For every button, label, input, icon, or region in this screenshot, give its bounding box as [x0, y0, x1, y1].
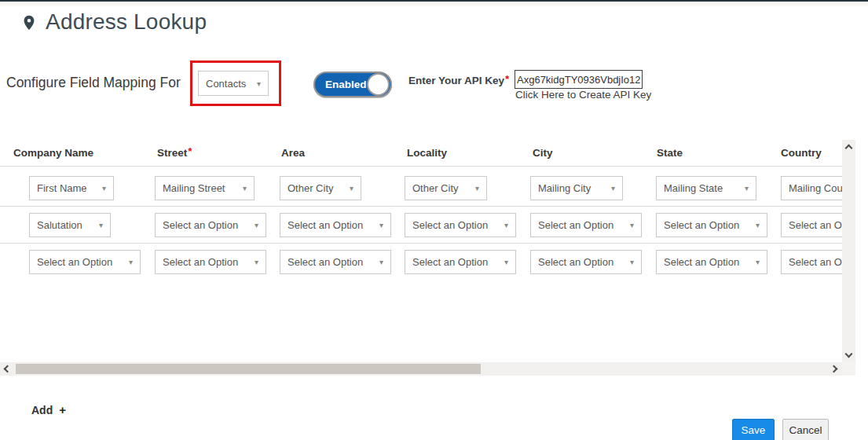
column-header-area: Area — [281, 147, 306, 159]
mapping-select[interactable]: Select an Option▾ — [405, 250, 516, 274]
chevron-down-icon: ▾ — [243, 184, 247, 192]
mapping-select[interactable]: Select an Option▾ — [781, 250, 842, 274]
plus-icon: + — [59, 403, 66, 416]
mapping-select-value: Mailing City — [538, 182, 591, 194]
mapping-select-value: Select an Option — [288, 256, 363, 268]
column-header-state: State — [657, 147, 683, 159]
mapping-select[interactable]: Select an Option▾ — [155, 213, 266, 237]
column-header-city: City — [533, 147, 554, 159]
mapping-select-value: Select an Option — [37, 256, 112, 268]
mapping-select-value: Select an Option — [412, 219, 488, 231]
enabled-toggle[interactable]: Enabled — [313, 72, 392, 97]
mapping-select-value: Select an Option — [538, 256, 613, 268]
chevron-down-icon: ▾ — [756, 221, 760, 229]
column-header-locality: Locality — [407, 147, 448, 159]
mapping-select-value: Select an Option — [538, 219, 613, 231]
chevron-down-icon: ▾ — [504, 258, 508, 266]
header-divider — [0, 166, 842, 167]
mapping-select[interactable]: Select an Option▾ — [280, 250, 391, 274]
mapping-select[interactable]: Mailing Country▾ — [781, 176, 842, 200]
horizontal-scrollbar[interactable] — [0, 362, 842, 376]
mapping-select[interactable]: Mailing Street▾ — [155, 176, 255, 200]
scroll-up-icon[interactable] — [845, 145, 853, 152]
chevron-down-icon: ▾ — [99, 221, 103, 229]
scrollbar-corner — [842, 362, 855, 376]
add-row-button[interactable]: Add+ — [31, 403, 66, 416]
create-api-key-link[interactable]: Click Here to Create API Key — [515, 89, 651, 101]
mapping-select[interactable]: Other City▾ — [405, 176, 487, 200]
location-pin-icon — [20, 11, 38, 38]
horizontal-scroll-thumb[interactable] — [16, 364, 481, 374]
save-button[interactable]: Save — [732, 419, 775, 440]
toggle-knob[interactable] — [367, 73, 390, 96]
module-dropdown[interactable]: Contacts ▾ — [198, 71, 269, 96]
mapping-select-value: Mailing Street — [163, 182, 225, 194]
chevron-down-icon: ▾ — [475, 184, 479, 192]
mapping-select-value: Other City — [412, 182, 459, 194]
mapping-select[interactable]: Select an Option▾ — [155, 250, 266, 274]
mapping-select[interactable]: Select an Option▾ — [29, 250, 141, 274]
mapping-select[interactable]: Select an Option▾ — [405, 213, 516, 237]
mapping-select-value: Select an Option — [789, 256, 842, 268]
mapping-select[interactable]: Select an Option▾ — [530, 213, 642, 237]
module-dropdown-value: Contacts — [206, 78, 246, 90]
mapping-select-value: Mailing Country — [789, 182, 842, 194]
cancel-button[interactable]: Cancel — [782, 419, 829, 440]
page-title: Address Lookup — [46, 9, 207, 35]
mapping-select-value: Salutation — [37, 219, 82, 231]
scroll-left-icon[interactable] — [4, 365, 12, 373]
mapping-select-value: Other City — [288, 182, 334, 194]
chevron-down-icon: ▾ — [745, 184, 749, 192]
chevron-down-icon: ▾ — [350, 184, 353, 192]
chevron-down-icon: ▾ — [630, 258, 634, 266]
scroll-right-icon[interactable] — [830, 365, 838, 373]
mapping-select[interactable]: Mailing State▾ — [656, 176, 756, 200]
mapping-select[interactable]: Select an Option▾ — [656, 250, 767, 274]
row-divider — [0, 206, 842, 207]
column-header-country: Country — [781, 147, 822, 159]
mapping-select[interactable]: Select an Option▾ — [280, 213, 391, 237]
mapping-select-value: Select an Option — [288, 219, 363, 231]
chevron-down-icon: ▾ — [504, 221, 508, 229]
column-header-company-name: Company Name — [13, 147, 94, 159]
mapping-select[interactable]: Select an Option▾ — [781, 213, 842, 237]
chevron-down-icon: ▾ — [129, 258, 133, 266]
scroll-down-icon[interactable] — [845, 350, 853, 358]
mapping-select-value: First Name — [37, 182, 87, 194]
mapping-select-value: Select an Option — [664, 256, 739, 268]
chevron-down-icon: ▾ — [257, 79, 261, 88]
mapping-select[interactable]: Salutation▾ — [29, 213, 111, 237]
mapping-select[interactable]: Select an Option▾ — [656, 213, 767, 237]
mapping-select-value: Select an Option — [163, 256, 238, 268]
mapping-select[interactable]: First Name▾ — [29, 176, 114, 200]
toggle-label: Enabled — [325, 73, 367, 96]
window-top-strip — [0, 2, 868, 6]
chevron-down-icon: ▾ — [756, 258, 760, 266]
api-key-label: Enter Your API Key* — [408, 75, 509, 86]
mapping-select[interactable]: Mailing City▾ — [530, 176, 623, 200]
column-header-street: Street* — [157, 147, 192, 159]
chevron-down-icon: ▾ — [255, 221, 258, 229]
mapping-select[interactable]: Select an Option▾ — [530, 250, 642, 274]
field-mapping-label: Configure Field Mapping For — [6, 75, 181, 91]
mapping-select[interactable]: Other City▾ — [280, 176, 361, 200]
chevron-down-icon: ▾ — [255, 258, 258, 266]
chevron-down-icon: ▾ — [379, 258, 383, 266]
mapping-select-value: Select an Option — [412, 256, 488, 268]
field-mapping-grid: Company Name Street* Area Locality City … — [0, 140, 842, 362]
row-divider — [0, 243, 842, 244]
mapping-select-value: Select an Option — [664, 219, 739, 231]
vertical-scrollbar[interactable] — [842, 140, 855, 362]
required-asterisk: * — [188, 145, 192, 157]
chevron-down-icon: ▾ — [102, 184, 106, 192]
chevron-down-icon: ▾ — [611, 184, 615, 192]
chevron-down-icon: ▾ — [630, 221, 634, 229]
api-key-input[interactable] — [515, 70, 643, 89]
required-asterisk: * — [505, 73, 509, 85]
mapping-select-value: Select an Option — [163, 219, 238, 231]
chevron-down-icon: ▾ — [379, 221, 383, 229]
mapping-select-value: Select an Option — [789, 219, 842, 231]
mapping-select-value: Mailing State — [664, 182, 723, 194]
